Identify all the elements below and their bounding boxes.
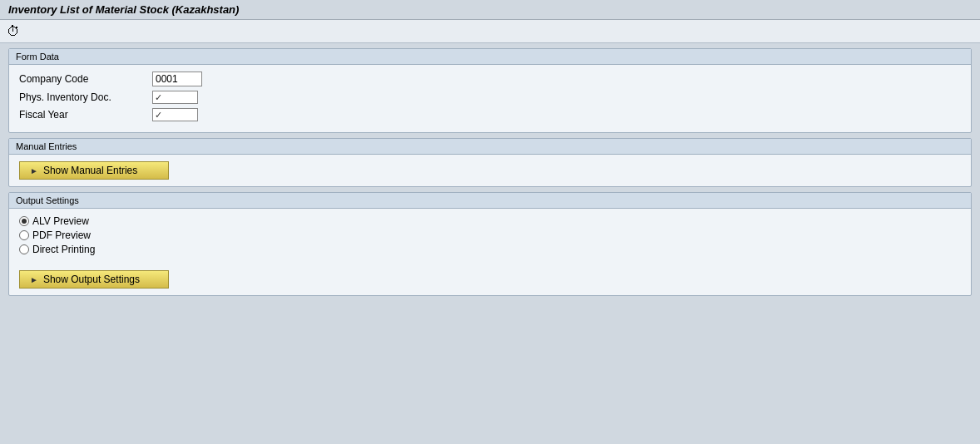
pdf-preview-row: PDF Preview	[19, 229, 961, 241]
show-output-settings-arrow: ►	[30, 275, 38, 284]
form-data-header: Form Data	[9, 49, 971, 65]
show-manual-entries-button[interactable]: ► Show Manual Entries	[19, 161, 169, 180]
company-code-label: Company Code	[19, 73, 152, 85]
alv-preview-row: ALV Preview	[19, 215, 961, 227]
phys-inventory-label: Phys. Inventory Doc.	[19, 91, 152, 103]
alv-preview-radio[interactable]	[19, 216, 29, 226]
company-code-row: Company Code	[19, 72, 961, 86]
main-content: Form Data Company Code Phys. Inventory D…	[0, 43, 980, 306]
toolbar: ⏱ © www.tutorialkart.com	[0, 20, 980, 43]
phys-inventory-row: Phys. Inventory Doc. ✓	[19, 91, 961, 104]
page-title: Inventory List of Material Stock (Kazakh…	[8, 3, 972, 16]
show-output-settings-label: Show Output Settings	[43, 274, 140, 285]
output-settings-header: Output Settings	[9, 193, 971, 209]
show-output-settings-button[interactable]: ► Show Output Settings	[19, 270, 169, 289]
output-settings-section: Output Settings ALV Preview PDF Preview …	[8, 192, 972, 296]
clock-icon[interactable]: ⏱	[7, 24, 22, 39]
phys-inventory-checkbox[interactable]: ✓	[152, 91, 198, 104]
form-data-body: Company Code Phys. Inventory Doc. ✓ Fisc…	[9, 65, 971, 132]
manual-entries-header: Manual Entries	[9, 139, 971, 155]
title-bar: Inventory List of Material Stock (Kazakh…	[0, 0, 980, 20]
direct-printing-label: Direct Printing	[32, 244, 95, 255]
direct-printing-row: Direct Printing	[19, 244, 961, 255]
fiscal-year-row: Fiscal Year ✓	[19, 108, 961, 121]
show-manual-entries-label: Show Manual Entries	[43, 165, 137, 176]
manual-entries-section: Manual Entries ► Show Manual Entries	[8, 138, 972, 187]
form-data-section: Form Data Company Code Phys. Inventory D…	[8, 48, 972, 133]
show-manual-entries-arrow: ►	[30, 166, 38, 175]
pdf-preview-radio[interactable]	[19, 230, 29, 240]
company-code-input[interactable]	[152, 72, 202, 86]
manual-entries-body: ► Show Manual Entries	[9, 155, 971, 186]
fiscal-year-checkbox[interactable]: ✓	[152, 108, 198, 121]
alv-preview-label: ALV Preview	[32, 215, 89, 227]
output-settings-body: ALV Preview PDF Preview Direct Printing …	[9, 209, 971, 295]
fiscal-year-label: Fiscal Year	[19, 109, 152, 121]
output-radio-group: ALV Preview PDF Preview Direct Printing	[19, 215, 961, 255]
pdf-preview-label: PDF Preview	[32, 229, 91, 241]
direct-printing-radio[interactable]	[19, 244, 29, 254]
